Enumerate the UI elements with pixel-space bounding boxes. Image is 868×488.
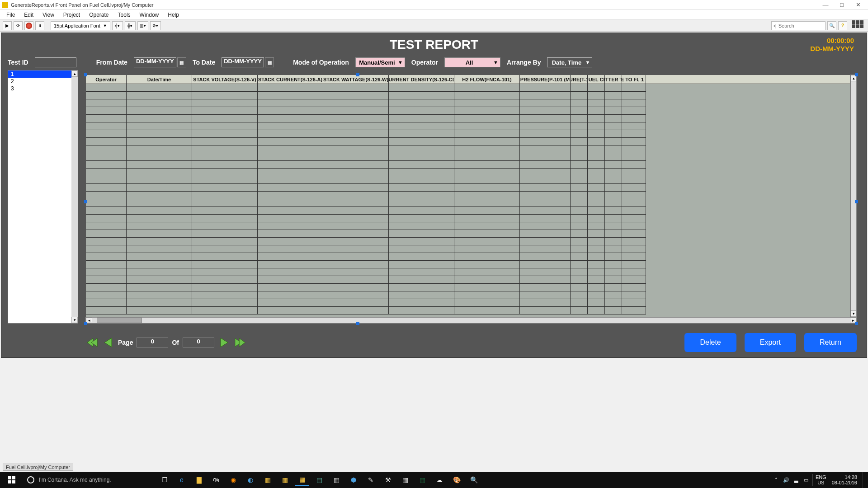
table-row[interactable] xyxy=(86,122,850,130)
operator-select[interactable]: All ▼ xyxy=(444,57,500,67)
taskbar-app-icon[interactable]: ⬢ xyxy=(346,474,361,486)
column-header[interactable]: E TO FU xyxy=(622,75,639,84)
table-row[interactable] xyxy=(86,307,850,314)
language-indicator[interactable]: ENG US xyxy=(816,474,826,485)
delete-button[interactable]: Delete xyxy=(684,333,736,352)
close-button[interactable]: ✕ xyxy=(850,0,866,9)
scroll-up-icon[interactable]: ▴ xyxy=(71,70,78,77)
abort-button[interactable] xyxy=(24,21,33,30)
table-row[interactable] xyxy=(86,130,850,138)
selection-handle[interactable] xyxy=(84,73,87,76)
selection-handle[interactable] xyxy=(356,73,359,76)
table-row[interactable] xyxy=(86,169,850,176)
table-row[interactable] xyxy=(86,299,850,307)
list-scrollbar[interactable]: ▴ ▾ xyxy=(71,70,78,323)
resize-button[interactable]: ▥▾ xyxy=(137,21,148,30)
to-date-calendar-button[interactable]: ▦ xyxy=(265,57,274,67)
selection-handle[interactable] xyxy=(855,200,858,203)
table-row[interactable] xyxy=(86,261,850,268)
distribute-button[interactable]: ╬▾ xyxy=(125,21,136,30)
column-header[interactable]: 1 xyxy=(639,75,646,84)
column-header[interactable]: URE(T-1 xyxy=(571,75,588,84)
tray-action-center-icon[interactable]: ▭ xyxy=(802,476,810,483)
table-row[interactable] xyxy=(86,284,850,291)
table-row[interactable] xyxy=(86,222,850,230)
menu-file[interactable]: File xyxy=(2,11,19,19)
taskbar-app-icon[interactable]: ▦ xyxy=(398,474,412,486)
grid-horizontal-scrollbar[interactable]: ◂ ▸ xyxy=(85,317,857,324)
taskbar-app-icon[interactable]: ✎ xyxy=(363,474,378,486)
table-row[interactable] xyxy=(86,276,850,284)
reorder-button[interactable]: ⚙▾ xyxy=(150,21,161,30)
selection-handle[interactable] xyxy=(356,322,359,325)
table-row[interactable] xyxy=(86,207,850,215)
cortana-search[interactable]: I'm Cortana. Ask me anything. xyxy=(22,472,157,488)
column-header[interactable]: H2 FLOW(FNCA-101) xyxy=(454,75,520,84)
list-item[interactable]: 3 xyxy=(8,85,71,92)
next-page-button[interactable] xyxy=(218,337,231,348)
taskbar-store-icon[interactable]: 🛍 xyxy=(209,474,223,486)
menu-window[interactable]: Window xyxy=(135,11,164,19)
selection-handle[interactable] xyxy=(855,322,858,325)
table-row[interactable] xyxy=(86,176,850,184)
column-header[interactable]: PRESSURE(P-101 (M xyxy=(520,75,571,84)
grid-vertical-scrollbar[interactable]: ▴ ▾ xyxy=(850,75,857,317)
show-desktop-button[interactable] xyxy=(863,472,865,488)
taskbar-app-icon[interactable]: ◐ xyxy=(243,474,258,486)
table-row[interactable] xyxy=(86,92,850,99)
run-button[interactable]: ▶ xyxy=(3,21,12,30)
search-button[interactable]: 🔍 xyxy=(827,21,836,30)
column-header[interactable]: Operator xyxy=(86,75,127,84)
table-row[interactable] xyxy=(86,138,850,145)
to-date-input[interactable]: DD-MM-YYYY xyxy=(222,57,264,67)
search-input[interactable]: •| Search xyxy=(771,21,826,30)
taskbar-calculator-icon[interactable]: ▦ xyxy=(329,474,344,486)
tray-chevron-up-icon[interactable]: ˄ xyxy=(773,476,780,483)
taskbar-app-icon[interactable]: ☁ xyxy=(432,474,447,486)
table-row[interactable] xyxy=(86,291,850,299)
table-row[interactable] xyxy=(86,215,850,222)
page-number-input[interactable]: 0 xyxy=(137,338,168,347)
run-continuous-button[interactable]: ⟳ xyxy=(14,21,23,30)
status-tab[interactable]: Fuel Cell.lvproj/My Computer xyxy=(3,464,73,471)
export-button[interactable]: Export xyxy=(745,333,796,352)
arrange-select[interactable]: Date, Time ▼ xyxy=(547,57,592,67)
list-item[interactable]: 2 xyxy=(8,78,71,85)
menu-tools[interactable]: Tools xyxy=(113,11,135,19)
column-header[interactable]: Date/Time xyxy=(127,75,192,84)
table-row[interactable] xyxy=(86,253,850,261)
menu-operate[interactable]: Operate xyxy=(85,11,113,19)
table-row[interactable] xyxy=(86,245,850,253)
tray-network-icon[interactable]: ▃ xyxy=(793,476,800,483)
table-row[interactable] xyxy=(86,115,850,122)
taskbar-clock[interactable]: 14:28 08-01-2016 xyxy=(829,474,860,485)
selection-handle[interactable] xyxy=(84,322,87,325)
return-button[interactable]: Return xyxy=(804,333,857,352)
menu-view[interactable]: View xyxy=(38,11,59,19)
taskbar-labview-icon[interactable]: ▦ xyxy=(260,474,275,486)
align-button[interactable]: ╣▾ xyxy=(112,21,123,30)
test-id-input[interactable] xyxy=(35,57,76,67)
table-row[interactable] xyxy=(86,230,850,238)
table-row[interactable] xyxy=(86,145,850,153)
menu-project[interactable]: Project xyxy=(59,11,85,19)
menu-help[interactable]: Help xyxy=(163,11,184,19)
table-row[interactable] xyxy=(86,153,850,161)
list-item[interactable]: 1 xyxy=(8,70,71,78)
column-header[interactable]: CURRENT DENSITY(S-126-CD) xyxy=(389,75,454,84)
taskbar-labview-active-icon[interactable]: ▦ xyxy=(295,474,309,486)
column-header[interactable]: ITTER T xyxy=(605,75,622,84)
table-row[interactable] xyxy=(86,268,850,276)
taskbar-firefox-icon[interactable]: ◉ xyxy=(226,474,241,486)
taskbar-app-icon[interactable]: ⚒ xyxy=(381,474,395,486)
table-row[interactable] xyxy=(86,107,850,115)
from-date-input[interactable]: DD-MM-YYYY xyxy=(134,57,176,67)
font-selector[interactable]: 15pt Application Font ▼ xyxy=(51,21,110,30)
taskbar-app-icon[interactable]: 🔍 xyxy=(467,474,481,486)
menu-edit[interactable]: Edit xyxy=(19,11,38,19)
scroll-down-icon[interactable]: ▾ xyxy=(851,310,856,317)
data-grid[interactable]: OperatorDate/TimeSTACK VOLTAGE(S-126-V)S… xyxy=(85,75,850,317)
scroll-down-icon[interactable]: ▾ xyxy=(71,317,78,323)
selection-handle[interactable] xyxy=(84,200,87,203)
table-row[interactable] xyxy=(86,99,850,107)
